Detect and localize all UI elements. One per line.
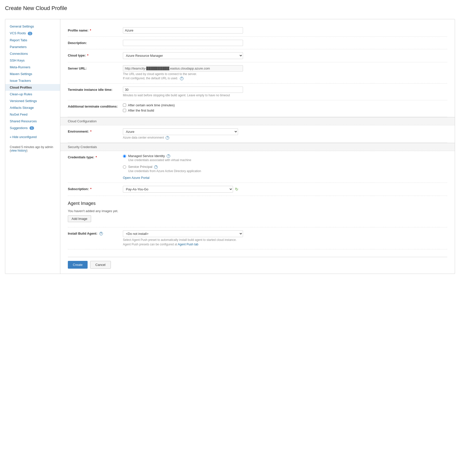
content-area: Profile name: * Description: Cloud type:…: [60, 19, 455, 274]
terminate-label: Terminate instance idle time:: [68, 87, 123, 92]
additional-terminate-wrap: After certain work time (minutes) After …: [123, 103, 447, 114]
sidebar-item-shared-resources[interactable]: Shared Resources: [5, 118, 60, 125]
cloud-type-select[interactable]: Azure Resource Manager Amazon EC2 Google…: [123, 52, 243, 59]
install-agent-hint2: Agent Push presets can be configured at …: [123, 243, 447, 246]
profile-name-label: Profile name: *: [68, 27, 123, 32]
server-url-hint2: If not configured, the default URL is us…: [123, 77, 447, 80]
suggestions-badge: 1: [30, 126, 34, 130]
subscription-wrap: Pay-As-You-Go ↻: [123, 186, 447, 193]
agent-images-section: Agent Images You haven't added any image…: [68, 201, 447, 227]
description-wrap: [123, 40, 447, 46]
cloud-type-label: Cloud type: *: [68, 52, 123, 57]
page-title: Create New Cloud Profile: [5, 5, 455, 14]
radio-msi-label: Managed Service Identity ?: [128, 154, 191, 158]
server-url-row: Server URL: The URL used by cloud agents…: [68, 62, 447, 84]
subscription-select[interactable]: Pay-As-You-Go: [123, 186, 233, 193]
terminate-wrap: Minutes to wait before stopping idle bui…: [123, 87, 447, 97]
terminate-input[interactable]: [123, 87, 243, 93]
hide-unconfigured-link[interactable]: « Hide unconfigured: [5, 134, 60, 140]
sp-info-icon[interactable]: ?: [154, 165, 158, 169]
server-url-info-icon[interactable]: ?: [180, 77, 183, 80]
sidebar-item-nuget-feed[interactable]: NuGet Feed: [5, 111, 60, 118]
environment-row: Environment: * Azure Azure China Azure G…: [68, 125, 447, 143]
vcs-roots-badge: 1: [28, 32, 32, 35]
radio-msi-hint: Use credentials associated with virtual …: [128, 158, 191, 162]
environment-info-icon[interactable]: ?: [166, 136, 169, 140]
sidebar-item-report-tabs[interactable]: Report Tabs: [5, 37, 60, 44]
sidebar-item-vcs-roots[interactable]: VCS Roots 1: [5, 30, 60, 37]
cancel-button[interactable]: Cancel: [90, 261, 111, 269]
credentials-type-required: *: [96, 155, 97, 159]
install-agent-hint1: Select Agent Push preset to automaticall…: [123, 238, 447, 242]
install-build-agent-wrap: <Do not install> Agent Push preset 1 Sel…: [123, 230, 447, 246]
profile-name-input[interactable]: [123, 27, 243, 34]
additional-terminate-row: Additional terminate conditions: After c…: [68, 100, 447, 117]
install-build-agent-label: Install Build Agent: ?: [68, 230, 123, 236]
agent-push-tab-link[interactable]: Agent Push tab: [178, 243, 198, 246]
profile-name-wrap: [123, 27, 447, 34]
radio-sp-label: Service Principal ?: [128, 165, 201, 169]
radio-msi-option: Managed Service Identity ? Use credentia…: [123, 154, 447, 162]
environment-label: Environment: *: [68, 128, 123, 133]
server-url-wrap: The URL used by cloud agents to connect …: [123, 65, 447, 80]
checkbox2-label: After the first build: [128, 109, 154, 112]
sidebar-item-ssh-keys[interactable]: SSH Keys: [5, 57, 60, 64]
view-history-link[interactable]: view history: [11, 149, 27, 152]
cloud-type-wrap: Azure Resource Manager Amazon EC2 Google…: [123, 52, 447, 59]
radio-msi-input[interactable]: [123, 155, 126, 158]
environment-select[interactable]: Azure Azure China Azure Germany Azure US…: [123, 128, 238, 135]
sidebar-item-connections[interactable]: Connections: [5, 50, 60, 57]
credentials-type-row: Credentials type: * Managed Service Iden…: [68, 151, 447, 183]
sidebar-item-issue-trackers[interactable]: Issue Trackers: [5, 77, 60, 84]
create-button[interactable]: Create: [68, 261, 88, 269]
install-agent-info-icon[interactable]: ?: [99, 232, 103, 235]
description-input[interactable]: [123, 40, 243, 46]
server-url-label: Server URL:: [68, 65, 123, 70]
bottom-buttons: Create Cancel: [68, 257, 447, 269]
radio-sp-hint: Use credentials from Azure Active Direct…: [128, 169, 201, 173]
sidebar-item-meta-runners[interactable]: Meta-Runners: [5, 64, 60, 71]
server-url-hint1: The URL used by cloud agents to connect …: [123, 72, 447, 76]
sidebar-item-artifacts-storage[interactable]: Artifacts Storage: [5, 104, 60, 111]
sidebar-item-parameters[interactable]: Parameters: [5, 44, 60, 50]
server-url-input[interactable]: [123, 65, 243, 72]
terminate-hint: Minutes to wait before stopping idle bui…: [123, 94, 447, 97]
open-azure-portal-link[interactable]: Open Azure Portal: [123, 176, 149, 180]
sidebar-item-versioned-settings[interactable]: Versioned Settings: [5, 98, 60, 104]
cloud-type-row: Cloud type: * Azure Resource Manager Ama…: [68, 49, 447, 62]
description-label: Description:: [68, 40, 123, 45]
environment-hint: Azure data center environment ?: [123, 136, 447, 140]
terminate-row: Terminate instance idle time: Minutes to…: [68, 84, 447, 100]
install-build-agent-row: Install Build Agent: ? <Do not install> …: [68, 227, 447, 249]
environment-wrap: Azure Azure China Azure Germany Azure US…: [123, 128, 447, 140]
sidebar-item-cloud-profiles[interactable]: Cloud Profiles: [5, 84, 60, 91]
add-image-button[interactable]: Add Image: [68, 215, 91, 222]
checkbox-first-build[interactable]: [123, 109, 126, 112]
sidebar-item-maven-settings[interactable]: Maven Settings: [5, 71, 60, 77]
credentials-type-wrap: Managed Service Identity ? Use credentia…: [123, 154, 447, 180]
install-agent-select[interactable]: <Do not install> Agent Push preset 1: [123, 230, 243, 237]
radio-sp-option: Service Principal ? Use credentials from…: [123, 165, 447, 173]
subscription-label: Subscription: *: [68, 186, 123, 191]
credentials-type-label: Credentials type: *: [68, 154, 123, 159]
subscription-required: *: [90, 187, 91, 191]
no-images-text: You haven't added any images yet.: [68, 209, 447, 213]
subscription-row: Subscription: * Pay-As-You-Go ↻: [68, 183, 447, 196]
sidebar-item-clean-up-rules[interactable]: Clean-up Rules: [5, 91, 60, 98]
checkbox-work-time[interactable]: [123, 104, 126, 107]
profile-name-required: *: [90, 29, 91, 32]
additional-terminate-label: Additional terminate conditions:: [68, 103, 123, 108]
checkbox1-row: After certain work time (minutes): [123, 103, 447, 107]
sidebar-footer: Created 5 minutes ago by admin (view his…: [5, 140, 60, 155]
security-credentials-header: Security Credentials: [60, 143, 455, 151]
msi-info-icon[interactable]: ?: [167, 154, 170, 158]
description-row: Description:: [68, 37, 447, 49]
refresh-subscription-icon[interactable]: ↻: [235, 187, 238, 192]
radio-sp-input[interactable]: [123, 165, 126, 169]
cloud-configuration-header: Cloud Configuration: [60, 117, 455, 125]
sidebar-item-general-settings[interactable]: General Settings: [5, 23, 60, 30]
sidebar-item-suggestions[interactable]: Suggestions 1: [5, 125, 60, 132]
sidebar: General Settings VCS Roots 1 Report Tabs…: [5, 19, 60, 274]
agent-images-title: Agent Images: [68, 201, 447, 206]
environment-required: *: [90, 130, 91, 133]
